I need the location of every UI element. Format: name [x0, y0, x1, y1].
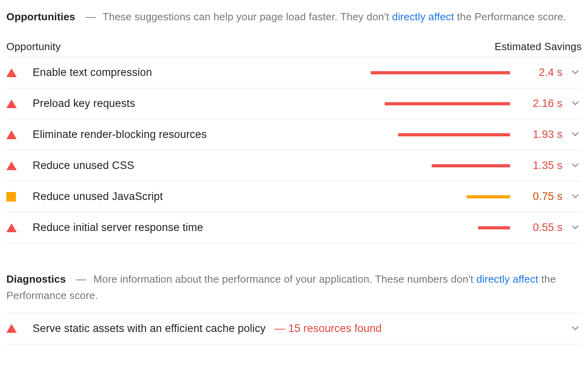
- opportunities-rows: Enable text compression2.4 sPreload key …: [6, 57, 582, 243]
- diagnostic-row[interactable]: Serve static assets with an efficient ca…: [6, 313, 582, 344]
- directly-affect-link[interactable]: directly affect: [392, 11, 454, 23]
- opportunity-title: Reduce unused CSS: [25, 159, 134, 172]
- savings-bar-col: [203, 226, 520, 229]
- opportunity-row[interactable]: Eliminate render-blocking resources1.93 …: [6, 119, 582, 150]
- triangle-icon: [6, 130, 25, 139]
- col-savings: Estimated Savings: [495, 41, 582, 53]
- opportunity-title: Reduce unused JavaScript: [25, 190, 163, 203]
- chevron-down-icon[interactable]: [563, 130, 581, 139]
- savings-value: 2.4 s: [520, 66, 563, 79]
- savings-bar-col: [135, 102, 520, 105]
- savings-value: 1.35 s: [520, 159, 563, 172]
- square-icon: [6, 192, 25, 202]
- savings-value: 0.55 s: [520, 221, 563, 234]
- savings-bar: [398, 133, 510, 136]
- col-opportunity: Opportunity: [6, 41, 61, 53]
- chevron-down-icon[interactable]: [563, 324, 581, 333]
- opportunity-title: Enable text compression: [25, 66, 152, 79]
- opportunities-header: Opportunities — These suggestions can he…: [6, 9, 582, 25]
- opportunity-row[interactable]: Reduce unused JavaScript0.75 s: [6, 181, 582, 212]
- savings-value: 1.93 s: [520, 128, 563, 141]
- opportunities-title: Opportunities: [6, 11, 75, 23]
- directly-affect-link-2[interactable]: directly affect: [476, 273, 538, 285]
- diagnostics-desc: More information about the performance o…: [6, 273, 556, 301]
- savings-bar: [432, 164, 510, 167]
- savings-value: 2.16 s: [520, 97, 563, 110]
- opportunities-table-header: Opportunity Estimated Savings: [6, 41, 582, 57]
- savings-bar: [478, 226, 510, 229]
- chevron-down-icon[interactable]: [563, 68, 581, 77]
- diagnostics-header: Diagnostics — More information about the…: [6, 271, 582, 303]
- diagnostics-dash: —: [76, 273, 86, 285]
- opportunities-dash: —: [85, 11, 95, 23]
- savings-bar: [467, 195, 510, 198]
- chevron-down-icon[interactable]: [563, 192, 581, 201]
- opportunity-row[interactable]: Preload key requests2.16 s: [6, 88, 582, 119]
- opportunity-title: Eliminate render-blocking resources: [25, 128, 207, 141]
- opportunity-row[interactable]: Reduce unused CSS1.35 s: [6, 150, 582, 181]
- opportunities-desc: These suggestions can help your page loa…: [103, 11, 567, 23]
- opportunity-row[interactable]: Enable text compression2.4 s: [6, 57, 582, 88]
- savings-bar-col: [152, 71, 520, 74]
- diagnostic-note: — 15 resources found: [275, 322, 382, 335]
- triangle-icon: [6, 161, 25, 170]
- savings-bar-col: [207, 133, 520, 136]
- savings-value: 0.75 s: [520, 190, 563, 203]
- savings-bar-col: [163, 195, 521, 198]
- diagnostic-title: Serve static assets with an efficient ca…: [25, 322, 266, 335]
- savings-bar: [385, 102, 510, 105]
- chevron-down-icon[interactable]: [563, 161, 581, 170]
- savings-bar: [371, 71, 510, 74]
- triangle-icon: [6, 68, 25, 77]
- chevron-down-icon[interactable]: [563, 99, 581, 108]
- diagnostics-rows: Serve static assets with an efficient ca…: [6, 313, 582, 344]
- diagnostics-title: Diagnostics: [6, 273, 66, 285]
- triangle-icon: [6, 324, 25, 333]
- opportunity-title: Preload key requests: [25, 97, 135, 110]
- savings-bar-col: [134, 164, 520, 167]
- triangle-icon: [6, 223, 25, 232]
- chevron-down-icon[interactable]: [563, 223, 581, 232]
- opportunity-title: Reduce initial server response time: [25, 221, 203, 234]
- opportunity-row[interactable]: Reduce initial server response time0.55 …: [6, 212, 582, 243]
- triangle-icon: [6, 99, 25, 108]
